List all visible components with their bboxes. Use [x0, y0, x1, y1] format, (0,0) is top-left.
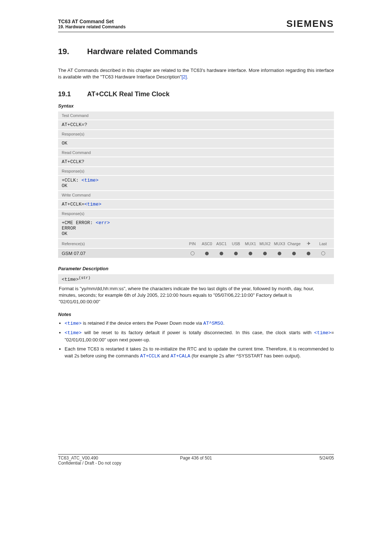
note-3-text-b: and	[160, 353, 171, 358]
at-cclk-link[interactable]: AT+CCLK	[140, 353, 160, 359]
footer-date: 5/24/05	[242, 455, 334, 466]
col-mux3: MUX3	[272, 242, 287, 246]
param-description-text: Format is "yy/mm/dd,hh:mm:ss", where the…	[58, 284, 334, 309]
read-response-value: +CCLK: <time> OK	[58, 175, 334, 190]
header-divider	[58, 32, 334, 32]
dot-mux2	[263, 252, 267, 255]
references-label: Reference(s)	[62, 242, 85, 246]
response-ok-3: OK	[62, 231, 68, 236]
col-plane-icon: ✈	[301, 241, 316, 246]
write-prefix: AT+CCLK=	[62, 202, 84, 207]
write-command-value: AT+CCLK=<time>	[58, 199, 334, 209]
response-label-3: Response(s)	[58, 209, 334, 218]
siemens-logo: SIEMENS	[286, 18, 334, 29]
reference-value-row: GSM 07.07	[58, 248, 334, 258]
col-usb: USB	[229, 242, 243, 246]
col-last: Last	[316, 242, 330, 246]
cme-prefix: +CME ERROR:	[62, 220, 96, 226]
note-1-end: .	[223, 320, 225, 326]
col-asc0: ASC0	[200, 242, 214, 246]
err-link[interactable]: <err>	[96, 220, 110, 226]
test-command-label: Test Command	[58, 112, 334, 119]
intro-text: The AT Commands described in this chapte…	[58, 68, 334, 80]
time-link-n2b[interactable]: <time>	[314, 330, 331, 336]
response-ok-2: OK	[62, 183, 68, 189]
dot-mux3	[278, 252, 281, 255]
notes-list: <time> is retained if the device enters …	[58, 320, 334, 360]
col-charge: Charge	[287, 242, 301, 246]
page-header: TC63 AT Command Set 19. Hardware related…	[58, 18, 334, 29]
response-label-1: Response(s)	[58, 129, 334, 138]
write-response-value: +CME ERROR: <err> ERROR OK	[58, 218, 334, 238]
param-sup-str: (str)	[79, 276, 91, 280]
subsection-number: 19.1	[58, 90, 87, 98]
dot-mux1	[249, 252, 252, 255]
note-1-text: is retained if the device enters the Pow…	[82, 320, 203, 326]
response-label-2: Response(s)	[58, 166, 334, 175]
syntax-heading: Syntax	[58, 103, 334, 109]
dot-charge	[292, 252, 296, 255]
note-3-text-c: (for example 2s after ^SYSSTART has been…	[190, 353, 301, 358]
col-mux1: MUX1	[243, 242, 258, 246]
at-cala-link[interactable]: AT+CALA	[171, 353, 191, 359]
response-error: ERROR	[62, 226, 76, 231]
dot-pin	[191, 251, 195, 255]
doc-subtitle: 19. Hardware related Commands	[58, 24, 126, 29]
write-command-label: Write Command	[58, 190, 334, 199]
param-time-name: <time>	[62, 277, 79, 283]
read-command-value: AT+CCLK?	[58, 157, 334, 166]
at-smso-link[interactable]: AT^SMSO	[203, 321, 223, 326]
col-asc1: ASC1	[214, 242, 229, 246]
intro-paragraph: The AT Commands described in this chapte…	[58, 67, 334, 80]
read-command-label: Read Command	[58, 148, 334, 157]
subsection-heading: 19.1 AT+CCLK Real Time Clock	[58, 90, 334, 98]
section-heading: 19. Hardware related Commands	[58, 47, 334, 56]
subsection-title: AT+CCLK Real Time Clock	[87, 90, 170, 98]
section-title: Hardware related Commands	[87, 47, 197, 56]
param-name-box: <time>(str)	[58, 274, 334, 284]
footer-divider	[58, 454, 334, 455]
cclk-prefix: +CCLK:	[62, 178, 82, 183]
dot-plane	[307, 252, 310, 255]
time-link-n2a[interactable]: <time>	[65, 330, 82, 336]
dot-asc1	[220, 252, 223, 255]
footer-doc-id: TC63_ATC_V00.490	[58, 455, 98, 461]
notes-heading: Notes	[58, 312, 334, 317]
time-link-n1[interactable]: <time>	[65, 321, 82, 326]
note-3: Each time TC63 is restarted it takes 2s …	[65, 346, 334, 360]
test-command-value: AT+CCLK=?	[58, 119, 334, 129]
time-link-1[interactable]: <time>	[82, 178, 99, 183]
col-mux2: MUX2	[258, 242, 272, 246]
page-footer: TC63_ATC_V00.490 Confidential / Draft - …	[58, 455, 334, 466]
note-1: <time> is retained if the device enters …	[65, 320, 334, 327]
doc-title: TC63 AT Command Set	[58, 19, 126, 24]
response-ok-1: OK	[58, 138, 334, 148]
column-labels: PIN ASC0 ASC1 USB MUX1 MUX2 MUX3 Charge …	[185, 241, 330, 246]
section-number: 19.	[58, 47, 87, 56]
ref-link-2[interactable]: [2]	[181, 74, 187, 80]
reference-header-row: Reference(s) PIN ASC0 ASC1 USB MUX1 MUX2…	[58, 238, 334, 248]
reference-gsm: GSM 07.07	[62, 251, 86, 256]
dot-last	[321, 251, 325, 255]
support-dots	[185, 251, 330, 255]
time-link-2[interactable]: <time>	[84, 202, 101, 207]
col-pin: PIN	[185, 242, 200, 246]
footer-confidential: Confidential / Draft - Do not copy	[58, 461, 121, 466]
footer-page-num: Page 436 of 501	[150, 455, 242, 466]
dot-asc0	[205, 252, 209, 255]
note-2-text-a: will be reset to its factory default if …	[82, 330, 314, 335]
dot-usb	[234, 252, 238, 255]
param-desc-heading: Parameter Description	[58, 266, 334, 271]
syntax-box: Test Command AT+CCLK=? Response(s) OK Re…	[58, 112, 334, 258]
note-2: <time> will be reset to its factory defa…	[65, 329, 334, 344]
